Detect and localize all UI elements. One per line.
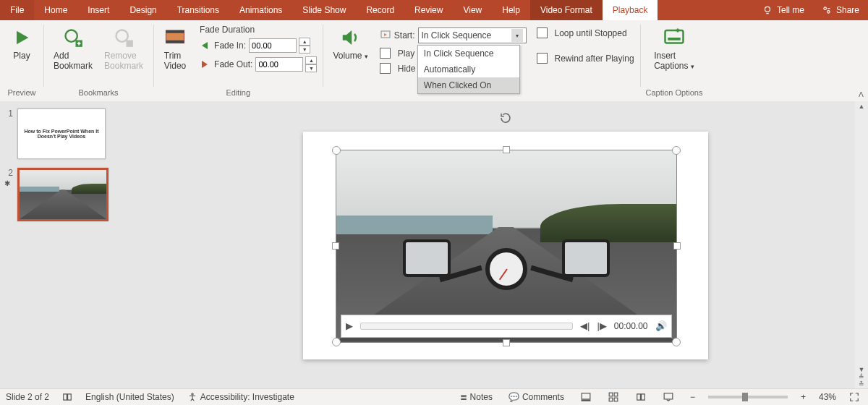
- rewind-checkbox[interactable]: [537, 53, 548, 64]
- thumbnail-1-preview[interactable]: How to Fix PowerPoint When It Doesn't Pl…: [17, 108, 106, 159]
- thumbnail-slide-1[interactable]: 1 How to Fix PowerPoint When It Doesn't …: [4, 108, 138, 159]
- video-mute-button[interactable]: 🔊: [655, 320, 667, 331]
- scroll-up-button[interactable]: ▲: [859, 103, 865, 110]
- resize-handle-ml[interactable]: [332, 242, 339, 250]
- thumbnail-2-preview[interactable]: [17, 168, 109, 221]
- tab-playback[interactable]: Playback: [603, 0, 658, 20]
- fade-out-spinner[interactable]: ▲▼: [305, 56, 317, 72]
- svg-rect-20: [664, 393, 673, 399]
- tab-insert[interactable]: Insert: [77, 0, 119, 20]
- zoom-in-button[interactable]: +: [798, 391, 809, 404]
- svg-point-1: [824, 7, 827, 9]
- resize-handle-br[interactable]: [672, 338, 681, 346]
- video-step-fwd-button[interactable]: |▶: [597, 320, 606, 331]
- language-indicator[interactable]: English (United States): [85, 392, 174, 402]
- svg-rect-6: [127, 40, 133, 47]
- tab-home[interactable]: Home: [34, 0, 77, 20]
- slide: ▶ ◀| |▶ 00:00.00 🔊: [303, 132, 708, 359]
- share-button[interactable]: Share: [813, 5, 868, 15]
- chevron-down-icon[interactable]: ▾: [511, 29, 523, 42]
- trim-video-button[interactable]: Trim Video: [159, 23, 191, 74]
- tab-review[interactable]: Review: [404, 0, 453, 20]
- tab-transitions[interactable]: Transitions: [167, 0, 229, 20]
- play-icon: [10, 26, 33, 49]
- start-combobox[interactable]: In Click Sequence ▾: [418, 27, 527, 43]
- resize-handle-tl[interactable]: [332, 146, 341, 155]
- next-slide-button[interactable]: ≛: [859, 380, 864, 388]
- resize-handle-bm[interactable]: [503, 339, 510, 346]
- video-play-button[interactable]: ▶: [346, 320, 353, 331]
- resize-handle-bl[interactable]: [332, 338, 341, 346]
- resize-handle-tr[interactable]: [672, 146, 681, 155]
- resize-handle-mr[interactable]: [673, 242, 681, 250]
- accessibility-icon: [187, 392, 197, 402]
- tab-help[interactable]: Help: [492, 0, 530, 20]
- ribbon-playback: Play Preview Add Bookmark Remove Bookmar…: [0, 20, 868, 102]
- bookmark-add-icon: [61, 26, 85, 49]
- zoom-out-button[interactable]: −: [687, 391, 698, 404]
- video-step-back-button[interactable]: ◀|: [580, 320, 590, 331]
- vertical-scrollbar[interactable]: ▲ ▼ ≜ ≛: [855, 101, 868, 389]
- fade-out-icon: [200, 59, 211, 70]
- slide-canvas[interactable]: ▶ ◀| |▶ 00:00.00 🔊 ▲: [142, 101, 868, 389]
- view-slideshow-button[interactable]: [660, 391, 677, 404]
- svg-point-3: [66, 30, 77, 42]
- tell-me-search[interactable]: Tell me: [754, 5, 813, 15]
- fade-in-label: Fade In:: [214, 40, 246, 51]
- fit-to-window-button[interactable]: [846, 391, 862, 404]
- bookmark-remove-icon: [112, 26, 135, 49]
- video-object[interactable]: ▶ ◀| |▶ 00:00.00 🔊: [336, 150, 677, 343]
- svg-rect-18: [609, 398, 613, 401]
- thumbnail-slide-2[interactable]: 2 ✱: [4, 168, 138, 221]
- zoom-percent[interactable]: 43%: [819, 392, 836, 402]
- collapse-ribbon-button[interactable]: ᐱ: [857, 89, 865, 100]
- volume-button[interactable]: Volume ▾: [328, 23, 372, 64]
- insert-captions-button[interactable]: Insert Captions ▾: [650, 23, 699, 74]
- view-sorter-button[interactable]: [605, 391, 622, 404]
- view-normal-button[interactable]: [577, 391, 595, 404]
- svg-rect-8: [166, 30, 184, 33]
- accessibility-button[interactable]: Accessibility: Investigate: [184, 391, 297, 404]
- spell-check-button[interactable]: [59, 391, 75, 404]
- tab-view[interactable]: View: [453, 0, 492, 20]
- play-fullscreen-checkbox[interactable]: [380, 48, 391, 59]
- start-option-when-clicked-on[interactable]: When Clicked On: [418, 77, 519, 93]
- svg-rect-15: [582, 400, 590, 401]
- play-button[interactable]: Play: [6, 23, 38, 64]
- group-label-preview: Preview: [7, 88, 35, 98]
- resize-handle-tm[interactable]: [503, 146, 510, 153]
- group-bookmarks: Add Bookmark Remove Bookmark Bookmarks: [43, 20, 153, 101]
- slide-thumbnail-pane[interactable]: 1 How to Fix PowerPoint When It Doesn't …: [0, 101, 142, 389]
- chevron-down-icon: ▾: [691, 63, 694, 70]
- notes-button[interactable]: ≣ Notes: [457, 391, 495, 404]
- fade-out-label: Fade Out:: [214, 59, 252, 69]
- start-option-automatically[interactable]: Automatically: [418, 61, 519, 77]
- slide-indicator[interactable]: Slide 2 of 2: [6, 392, 49, 402]
- video-seek-track[interactable]: [360, 323, 574, 330]
- zoom-slider[interactable]: [708, 396, 788, 398]
- fade-in-input[interactable]: [249, 38, 297, 53]
- start-dropdown-list[interactable]: In Click Sequence Automatically When Cli…: [417, 45, 520, 94]
- rewind-row[interactable]: Rewind after Playing: [537, 53, 634, 64]
- tab-slideshow[interactable]: Slide Show: [292, 0, 356, 20]
- title-bar: File Home Insert Design Transitions Anim…: [0, 0, 868, 20]
- tab-design[interactable]: Design: [119, 0, 166, 20]
- svg-point-5: [116, 30, 128, 42]
- hide-not-playing-checkbox[interactable]: [380, 63, 391, 74]
- tab-animations[interactable]: Animations: [229, 0, 292, 20]
- prev-slide-button[interactable]: ≜: [859, 373, 864, 380]
- tab-video-format[interactable]: Video Format: [530, 0, 603, 20]
- rotation-handle[interactable]: [499, 111, 512, 124]
- start-option-in-click-sequence[interactable]: In Click Sequence: [418, 46, 519, 61]
- loop-row[interactable]: Loop until Stopped: [537, 27, 634, 38]
- group-label-caption-options: Caption Options: [646, 88, 703, 98]
- view-reading-button[interactable]: [632, 391, 650, 404]
- comments-button[interactable]: 💬 Comments: [506, 391, 567, 404]
- loop-checkbox[interactable]: [537, 27, 548, 38]
- fade-out-input[interactable]: [255, 57, 303, 72]
- add-bookmark-button[interactable]: Add Bookmark: [49, 23, 97, 74]
- fade-in-spinner[interactable]: ▲▼: [299, 38, 310, 54]
- tab-file[interactable]: File: [0, 0, 34, 20]
- tab-record[interactable]: Record: [356, 0, 404, 20]
- scroll-down-button[interactable]: ▼: [859, 366, 865, 373]
